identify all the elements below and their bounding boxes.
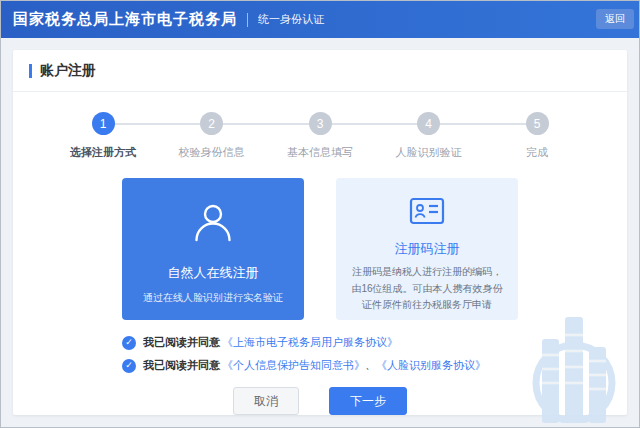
step-2-verify-identity: 2 校验身份信息	[166, 112, 258, 160]
agreements-section: ✓ 我已阅读并同意 《上海市电子税务局用户服务协议》 ✓ 我已阅读并同意 《个人…	[122, 335, 518, 373]
agreement-row-privacy: ✓ 我已阅读并同意 《个人信息保护告知同意书》 、 《人脸识别服务协议》	[122, 358, 518, 373]
step-2-label: 校验身份信息	[179, 145, 245, 160]
natural-card-desc: 通过在线人脸识别进行实名验证	[143, 291, 283, 305]
agreement-prefix: 我已阅读并同意	[143, 335, 220, 350]
registration-code-card[interactable]: 注册码注册 注册码是纳税人进行注册的编码，由16位组成。可由本人携有效身份证件原…	[336, 178, 518, 320]
person-icon	[190, 200, 236, 250]
next-step-button[interactable]: 下一步	[329, 387, 407, 415]
checkbox-checked-icon[interactable]: ✓	[122, 359, 136, 373]
face-recognition-agreement-link[interactable]: 《人脸识别服务协议》	[376, 358, 486, 373]
cancel-button[interactable]: 取消	[233, 387, 299, 415]
step-1-choose-method: 1 选择注册方式	[57, 112, 149, 160]
back-button[interactable]: 返回	[596, 9, 634, 29]
step-3-basic-info: 3 基本信息填写	[274, 112, 366, 160]
step-4-label: 人脸识别验证	[396, 145, 462, 160]
agreement-prefix: 我已阅读并同意	[143, 358, 220, 373]
checkbox-checked-icon[interactable]: ✓	[122, 336, 136, 350]
step-5-complete: 5 完成	[491, 112, 583, 160]
header-subtitle: 统一身份认证	[258, 12, 324, 27]
header-divider	[247, 13, 248, 27]
privacy-notice-link[interactable]: 《个人信息保护告知同意书》	[222, 358, 365, 373]
agreement-row-user-service: ✓ 我已阅读并同意 《上海市电子税务局用户服务协议》	[122, 335, 518, 350]
code-card-desc: 注册码是纳税人进行注册的编码，由16位组成。可由本人携有效身份证件原件前往办税服…	[336, 264, 518, 314]
action-buttons: 取消 下一步	[13, 387, 627, 415]
step-5-label: 完成	[526, 145, 548, 160]
natural-person-registration-card[interactable]: 自然人在线注册 通过在线人脸识别进行实名验证	[122, 178, 304, 320]
step-4-circle: 4	[417, 112, 440, 135]
step-1-label: 选择注册方式	[70, 145, 136, 160]
step-3-circle: 3	[309, 112, 332, 135]
user-service-agreement-link[interactable]: 《上海市电子税务局用户服务协议》	[222, 335, 398, 350]
page-title: 账户注册	[40, 62, 96, 80]
step-indicator: 1 选择注册方式 2 校验身份信息 3 基本信息填写 4 人脸识别验证 5 完成	[57, 112, 583, 160]
code-card-title: 注册码注册	[395, 240, 460, 258]
natural-card-title: 自然人在线注册	[168, 264, 259, 282]
app-title: 国家税务总局上海市电子税务局	[13, 10, 237, 29]
title-accent-bar	[29, 64, 32, 78]
registration-choices: 自然人在线注册 通过在线人脸识别进行实名验证 注册码注册 注册码是纳税人进行注册…	[13, 178, 627, 320]
step-5-circle: 5	[526, 112, 549, 135]
step-4-face-recognition: 4 人脸识别验证	[383, 112, 475, 160]
step-1-circle: 1	[92, 112, 115, 135]
id-card-icon	[406, 190, 448, 236]
agreement-separator: 、	[365, 358, 376, 373]
page-title-row: 账户注册	[13, 50, 627, 92]
step-2-circle: 2	[200, 112, 223, 135]
header: 国家税务总局上海市电子税务局 统一身份认证 返回	[1, 1, 639, 38]
step-3-label: 基本信息填写	[287, 145, 353, 160]
main-panel: 账户注册 1 选择注册方式 2 校验身份信息 3 基本信息填写 4 人脸识别验证…	[13, 50, 627, 415]
